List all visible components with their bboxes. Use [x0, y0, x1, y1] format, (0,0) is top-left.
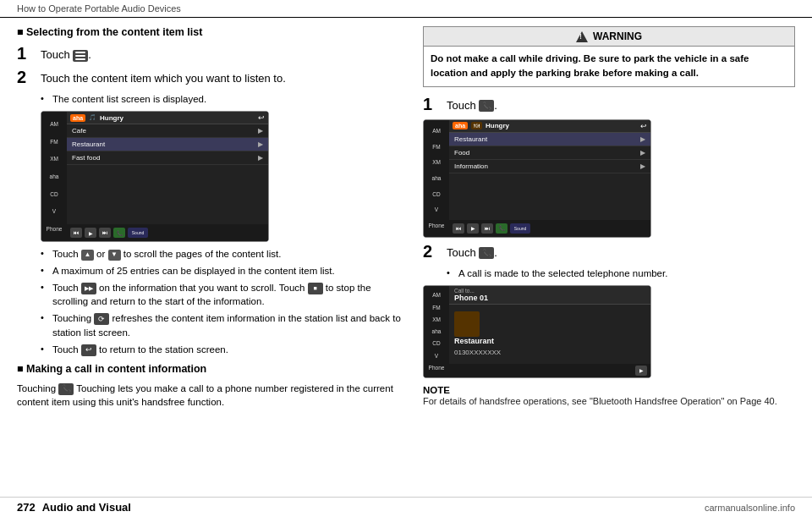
screen2-info-text: Information [454, 162, 640, 170]
screen-header: aha 🎵 Hungry ↩ [67, 112, 268, 124]
screen-sidebar: AM FM XM aha CD V Phone [41, 112, 67, 241]
note-title: NOTE [423, 385, 795, 395]
content-screen-2: AM FM XM aha CD V Phone aha 🍽 Hungry ↩ [423, 119, 651, 238]
screen-back-icon: ↩ [258, 113, 265, 122]
ctrl-btn-phone: 📞 [113, 228, 125, 238]
info-scroll-stop-icon: ■ [308, 283, 323, 294]
right-bullet-call-text: A call is made to the selected telephone… [458, 267, 667, 280]
section1-title: Selecting from the content item list [17, 26, 406, 38]
screen2-hungry-title: Hungry [486, 122, 637, 129]
screen2-sidebar: AM FM XM aha CD V Phone [424, 120, 449, 237]
call-to-label: Call to... [454, 288, 645, 294]
step1-number: 1 [17, 45, 37, 62]
screen2-list: Restaurant ▶ Food ▶ Information ▶ [449, 133, 650, 220]
left-column: Selecting from the content item list 1 T… [17, 26, 406, 409]
page-number: 272 [17, 501, 36, 514]
call-restaurant-name: Restaurant [454, 337, 645, 345]
step2-row: 2 Touch the content item which you want … [17, 69, 406, 85]
right-step2-row: 2 Touch 📞. [423, 243, 795, 260]
top-bar: How to Operate Portable Audio Devices [0, 0, 812, 18]
call-header: Call to... Phone 01 [449, 286, 650, 305]
section2-title: Making a call in content information [17, 363, 406, 375]
aha-badge: aha [70, 114, 85, 122]
step1-text: Touch . [41, 45, 406, 62]
screen2-main-area: aha 🍽 Hungry ↩ Restaurant ▶ Food ▶ [449, 120, 650, 237]
bullet-return: • Touch ↩ to return to the station scree… [41, 343, 406, 356]
screen2-ctrl-phone: 📞 [496, 223, 508, 234]
warning-header: WARNING [424, 27, 794, 47]
warning-box: WARNING Do not make a call while driving… [423, 26, 795, 87]
screen2-ctrl-sound: Sound [510, 223, 530, 234]
step2-number: 2 [17, 69, 37, 85]
note-text: For details of handsfree operations, see… [423, 395, 795, 408]
making-call-text: Touching 📞 Touching lets you make a call… [17, 382, 406, 409]
right-column: WARNING Do not make a call while driving… [423, 26, 795, 409]
screen2-header: aha 🍽 Hungry ↩ [449, 120, 650, 133]
right-step2-text: Touch 📞. [447, 243, 795, 260]
arrow-up-icon: ▲ [81, 250, 94, 261]
step2-text: Touch the content item which you want to… [41, 69, 406, 85]
step2-sub-list: • The content list screen is displayed. [41, 92, 406, 106]
list-restaurant-arrow: ▶ [258, 140, 263, 148]
screen2-list-restaurant: Restaurant ▶ [449, 133, 650, 146]
right-step1-row: 1 Touch 📞. [423, 96, 795, 113]
list-restaurant-text: Restaurant [72, 140, 258, 148]
right-phone-icon: 📞 [479, 100, 494, 112]
screen2-food-arrow: ▶ [640, 149, 645, 157]
screen2-ctrl-play: ▶ [467, 223, 479, 234]
screen2-thumb: 🍽 [471, 122, 482, 129]
bullets-list: • Touch ▲ or ▼ to scroll the pages of th… [41, 247, 406, 356]
restaurant-thumbnail [454, 311, 480, 337]
screen2-food-text: Food [454, 149, 640, 157]
arrow-down-icon: ▼ [108, 250, 121, 261]
bullet-max-text: A maximum of 25 entries can be displayed… [52, 264, 335, 278]
list-fastfood-arrow: ▶ [258, 154, 263, 162]
ctrl-btn-play: ▶ [85, 228, 96, 238]
right-step2-number: 2 [423, 243, 443, 260]
right-step2-sub-list: • A call is made to the selected telepho… [447, 267, 795, 280]
call-phone-label: Phone 01 [454, 294, 645, 302]
screen2-restaurant-arrow: ▶ [640, 135, 645, 143]
call-footer: ▶ [449, 364, 650, 377]
right-step2-phone-icon: 📞 [479, 247, 494, 259]
right-step1-number: 1 [423, 96, 443, 113]
call-ctrl-arrow: ▶ [635, 366, 647, 376]
phone-call-icon: 📞 [58, 383, 74, 395]
info-scroll-icon: ▶▶ [81, 283, 96, 294]
header-title: How to Operate Portable Audio Devices [17, 3, 181, 14]
screen2-footer: ⏮ ▶ ⏭ 📞 Sound [449, 220, 650, 237]
screen-header-icon: 🎵 [89, 114, 96, 121]
list-row-fastfood: Fast food ▶ [67, 151, 268, 165]
call-body: Restaurant 0130XXXXXXX [449, 305, 650, 364]
screen-main-area: aha 🎵 Hungry ↩ Cafe ▶ Restaurant ▶ [67, 112, 268, 241]
screen2-ctrl-prev: ⏮ [453, 223, 464, 234]
screen2-restaurant-text: Restaurant [454, 135, 640, 143]
call-screen-sidebar: AM FM XM aha CD V Phone [424, 286, 449, 377]
list-fastfood-text: Fast food [72, 154, 258, 162]
list-row-restaurant: Restaurant ▶ [67, 138, 268, 151]
screen2-aha-badge: aha [453, 122, 468, 129]
content-list-screen: AM FM XM aha CD V Phone aha 🎵 Hungry ↩ [41, 111, 269, 242]
footer-bar: 272 Audio and Visual carmanualsonline.in… [0, 497, 812, 517]
note-box: NOTE For details of handsfree operations… [423, 385, 795, 408]
screen-hungry-title: Hungry [100, 114, 255, 122]
screen2-back-icon: ↩ [640, 122, 647, 130]
bullet-info-scroll: • Touch ▶▶ on the information that you w… [41, 281, 406, 308]
call-phone-number: 0130XXXXXXX [454, 349, 645, 356]
warning-body: Do not make a call while driving. Be sur… [424, 47, 794, 86]
screen2-info-arrow: ▶ [640, 162, 645, 170]
bullet-max: • A maximum of 25 entries can be display… [41, 264, 406, 278]
right-step1-text: Touch 📞. [447, 96, 795, 113]
bullet-sub-text: The content list screen is displayed. [52, 92, 206, 106]
list-cafe-arrow: ▶ [258, 127, 263, 135]
ctrl-btn-sound: Sound [128, 228, 148, 238]
return-icon: ↩ [81, 344, 96, 356]
bullet-item-display: • The content list screen is displayed. [41, 92, 406, 106]
screen-list: Cafe ▶ Restaurant ▶ Fast food ▶ [67, 124, 268, 224]
footer-watermark: carmanualsonline.info [131, 503, 795, 513]
screen2-ctrl-next: ⏭ [481, 223, 493, 234]
ctrl-btn-prev: ⏮ [70, 228, 82, 238]
footer-text: Audio and Visual [42, 501, 131, 514]
warning-title: WARNING [593, 30, 642, 42]
warning-triangle-icon [576, 31, 588, 42]
